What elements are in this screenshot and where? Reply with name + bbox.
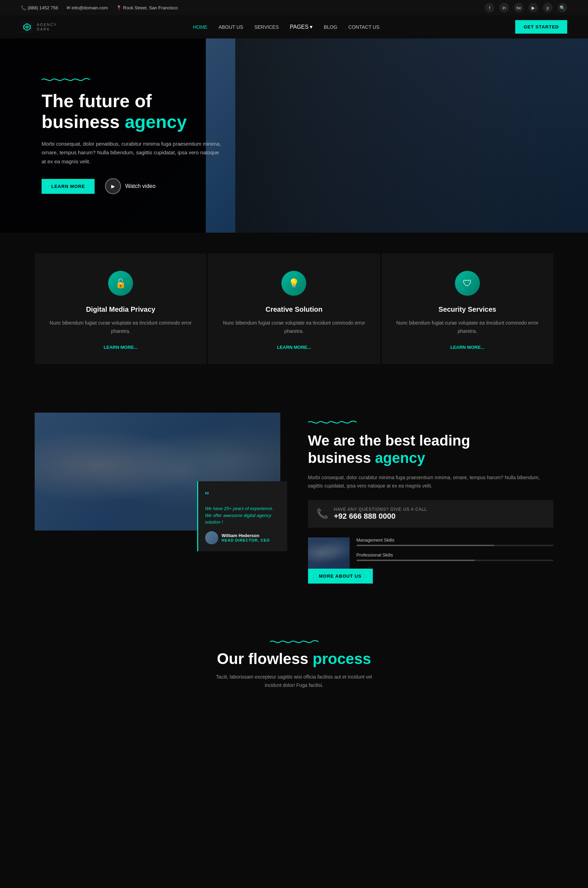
service-icon-2: 🛡 xyxy=(455,271,480,296)
about-image-container: " We have 25+ years of experience. We of… xyxy=(34,413,280,530)
about-title: We are the best leading business agency xyxy=(308,432,554,467)
facebook-icon[interactable]: f xyxy=(485,3,495,12)
twitter-icon[interactable]: tw xyxy=(514,3,524,12)
skill-bar-bg-1 xyxy=(357,560,554,561)
quote-text: We have 25+ years of experience. We offe… xyxy=(205,505,280,526)
service-link-1[interactable]: LEARN MORE... xyxy=(277,345,311,350)
skill-header-0: Management Skills xyxy=(357,538,554,542)
top-bar: 📞 (888) 1452 756 ✉ info@domain.com 📍 Roc… xyxy=(0,0,588,15)
service-card-2: 🛡 Security Services Nunc bibendum fugiat… xyxy=(381,254,554,364)
header: AGENCY DARK HOME ABOUT US SERVICES PAGES… xyxy=(0,15,588,39)
call-box: 📞 HAVE ANY QUESTIONS? GIVE US A CALL +92… xyxy=(308,500,554,528)
skill-name-1: Professional Skills xyxy=(357,552,393,557)
top-bar-left: 📞 (888) 1452 756 ✉ info@domain.com 📍 Roc… xyxy=(21,5,178,11)
quote-person-info: William Hederson HEAD DIRECTOR, CEO xyxy=(222,533,270,542)
service-link-2[interactable]: LEARN MORE... xyxy=(450,345,484,350)
email-info: ✉ info@domain.com xyxy=(66,5,108,11)
call-number: +92 666 888 0000 xyxy=(334,512,427,521)
service-icon-1: 💡 xyxy=(281,271,306,296)
nav-services[interactable]: SERVICES xyxy=(254,24,279,30)
quote-name: William Hederson xyxy=(222,533,270,538)
call-label: HAVE ANY QUESTIONS? GIVE US A CALL xyxy=(334,507,427,512)
skills-people-bg xyxy=(308,538,350,569)
hero-section: The future of business agency Morbi cons… xyxy=(0,39,588,233)
skills-area: Management Skills Professional Skills xyxy=(308,538,554,569)
learn-more-button[interactable]: LEARN MORE xyxy=(42,179,94,194)
service-title-1: Creative Solution xyxy=(220,305,367,314)
pinterest-icon[interactable]: p xyxy=(543,3,553,12)
service-desc-0: Nunc bibendum fugiat curae voluptate ea … xyxy=(47,319,194,336)
skills-bars: Management Skills Professional Skills xyxy=(357,538,554,567)
process-section: Our flowless process Taciti, laboriosam … xyxy=(0,611,588,711)
skill-header-1: Professional Skills xyxy=(357,552,554,557)
about-section: " We have 25+ years of experience. We of… xyxy=(0,385,588,611)
more-about-button[interactable]: MORE ABOUT US xyxy=(308,569,373,584)
service-desc-1: Nunc bibendum fugiat curae voluptate ea … xyxy=(220,319,367,336)
nav-home[interactable]: HOME xyxy=(193,24,207,30)
skill-name-0: Management Skills xyxy=(357,538,394,542)
process-wave-decoration xyxy=(34,639,554,645)
top-bar-socials: f in tw ▶ p 🔍 xyxy=(485,3,567,12)
hero-buttons: LEARN MORE ▶ Watch video xyxy=(42,178,222,194)
about-wave-decoration xyxy=(308,419,554,427)
main-nav: HOME ABOUT US SERVICES PAGES ▾ BLOG CONT… xyxy=(193,24,380,30)
phone-icon: 📞 xyxy=(316,508,328,520)
about-description: Morbi consequat, dolor curabitur minima … xyxy=(308,474,554,490)
skills-image xyxy=(308,538,350,569)
youtube-icon[interactable]: ▶ xyxy=(528,3,538,12)
hero-title: The future of business agency xyxy=(42,91,222,132)
skill-row-0: Management Skills xyxy=(357,538,554,546)
process-description: Taciti, laboriosam excepteur sagittis wi… xyxy=(207,673,381,690)
skill-bar-fill-0 xyxy=(357,545,495,546)
get-started-button[interactable]: GET STARTED xyxy=(515,20,567,34)
play-icon[interactable]: ▶ xyxy=(105,178,121,194)
skill-bar-fill-1 xyxy=(357,560,475,561)
service-icon-0: 🔓 xyxy=(108,271,133,296)
hero-description: Morbi consequat, dolor penatibus, curabi… xyxy=(42,140,222,166)
quote-mark-icon: " xyxy=(205,490,280,502)
quote-person: William Hederson HEAD DIRECTOR, CEO xyxy=(205,531,280,544)
service-link-0[interactable]: LEARN MORE... xyxy=(104,345,138,350)
process-title: Our flowless process xyxy=(34,650,554,667)
services-grid: 🔓 Digital Media Privacy Nunc bibendum fu… xyxy=(34,254,554,364)
hero-content: The future of business agency Morbi cons… xyxy=(42,77,222,194)
about-quote-box: " We have 25+ years of experience. We of… xyxy=(197,481,287,551)
logo-text: AGENCY DARK xyxy=(37,23,57,31)
watch-video-button[interactable]: ▶ Watch video xyxy=(105,178,155,194)
service-title-2: Security Services xyxy=(394,305,541,314)
logo[interactable]: AGENCY DARK xyxy=(21,21,57,33)
nav-contact[interactable]: CONTACT US xyxy=(348,24,380,30)
phone-info: 📞 (888) 1452 756 xyxy=(21,5,58,11)
skill-bar-bg-0 xyxy=(357,545,554,546)
skill-row-1: Professional Skills xyxy=(357,552,554,561)
service-card-0: 🔓 Digital Media Privacy Nunc bibendum fu… xyxy=(34,254,207,364)
hero-wave-decoration xyxy=(42,77,222,84)
call-info: HAVE ANY QUESTIONS? GIVE US A CALL +92 6… xyxy=(334,507,427,521)
address-info: 📍 Rock Street, San Francisco xyxy=(116,5,178,11)
bulb-icon: 💡 xyxy=(288,278,299,289)
avatar xyxy=(205,531,218,544)
nav-pages[interactable]: PAGES ▾ xyxy=(290,24,312,30)
service-desc-2: Nunc bibendum fugiat curae voluptate ea … xyxy=(394,319,541,336)
service-title-0: Digital Media Privacy xyxy=(47,305,194,314)
hero-overlay xyxy=(235,39,588,233)
quote-title: HEAD DIRECTOR, CEO xyxy=(222,538,270,542)
about-content: We are the best leading business agency … xyxy=(308,413,554,584)
chevron-down-icon: ▾ xyxy=(310,24,312,30)
watch-video-label: Watch video xyxy=(125,183,155,189)
services-section: 🔓 Digital Media Privacy Nunc bibendum fu… xyxy=(0,233,588,385)
service-card-1: 💡 Creative Solution Nunc bibendum fugiat… xyxy=(208,254,380,364)
nav-blog[interactable]: BLOG xyxy=(324,24,337,30)
nav-about[interactable]: ABOUT US xyxy=(219,24,243,30)
lock-icon: 🔓 xyxy=(115,278,126,289)
instagram-icon[interactable]: in xyxy=(499,3,509,12)
shield-icon: 🛡 xyxy=(463,278,472,289)
search-icon[interactable]: 🔍 xyxy=(558,3,567,12)
